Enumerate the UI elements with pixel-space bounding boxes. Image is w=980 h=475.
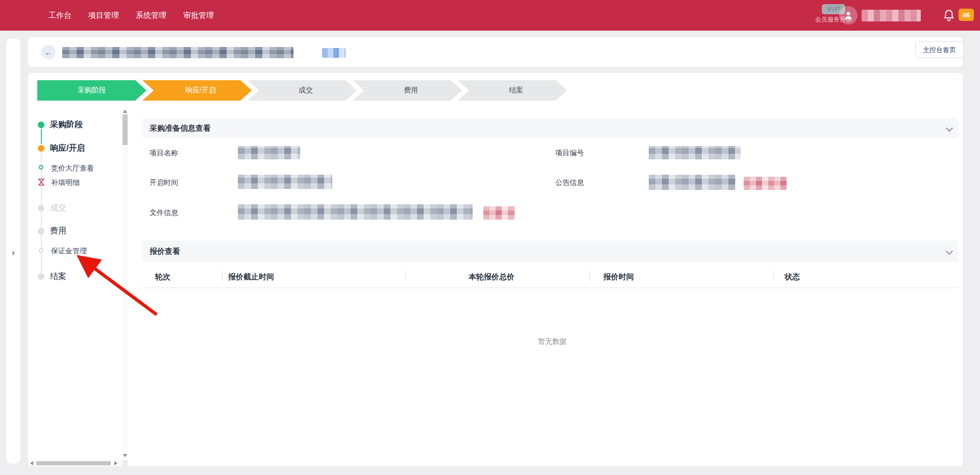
scroll-down-icon[interactable] — [123, 454, 127, 457]
col-header-status: 状态 — [785, 272, 800, 282]
scroll-up-icon[interactable] — [123, 110, 127, 113]
sidebar-item-response-open[interactable]: 响应/开启 — [50, 143, 85, 153]
step-deal[interactable]: 成交 — [248, 80, 357, 101]
column-divider — [590, 271, 590, 282]
sidebar-item-procurement-stage[interactable]: 采购阶段 — [50, 120, 83, 130]
nav-item-workbench[interactable]: 工作台 — [48, 11, 71, 20]
step-fee[interactable]: 费用 — [353, 80, 462, 101]
sub-dot-green-ring-icon — [39, 165, 43, 170]
page-root: 工作台 项目管理 系统管理 审批管理 VIP 会员服务升级 46 › ← — [0, 0, 980, 475]
file-link-redacted[interactable] — [483, 206, 515, 220]
timeline-connector-gray — [41, 153, 42, 274]
prep-section-header[interactable]: 采购准备信息查看 — [142, 118, 958, 138]
prep-section-title: 采购准备信息查看 — [150, 124, 211, 133]
column-divider — [222, 271, 223, 282]
sidebar-item-closing[interactable]: 结案 — [50, 271, 66, 281]
user-avatar[interactable] — [839, 6, 857, 25]
quote-section-header[interactable]: 报价查看 — [142, 241, 958, 262]
announcement-value-redacted — [649, 175, 736, 190]
quote-section-title: 报价查看 — [150, 247, 180, 256]
scrollbar-corner — [122, 460, 128, 466]
project-status-tag-redacted — [322, 48, 346, 58]
sidebar-item-deal[interactable]: 成交 — [50, 203, 66, 213]
step-closing[interactable]: 结案 — [458, 80, 567, 101]
hourglass-icon — [38, 178, 45, 186]
nav-item-system-management[interactable]: 系统管理 — [136, 11, 166, 20]
expand-panel-handle[interactable]: › — [9, 247, 18, 259]
stage-dot-pending-icon — [38, 228, 44, 234]
stage-dot-pending-icon — [38, 273, 44, 280]
step-response-open[interactable]: 响应/开启 — [142, 80, 252, 101]
sidebar-item-bidding-hall-view[interactable]: 竞价大厅查看 — [51, 163, 94, 173]
sidebar-vertical-scrollbar[interactable] — [122, 107, 128, 460]
console-home-button[interactable]: 主控台首页 — [915, 41, 964, 58]
col-header-quote-deadline: 报价截止时间 — [228, 272, 274, 282]
field-label-project-name: 项目名称 — [150, 149, 178, 158]
column-divider — [405, 271, 406, 282]
person-icon — [843, 10, 853, 20]
table-header-border — [142, 288, 958, 288]
step-procurement-stage[interactable]: 采购阶段 — [37, 80, 146, 101]
field-label-open-time: 开启时间 — [150, 178, 178, 187]
stage-dot-current-icon — [38, 145, 44, 152]
project-number-value-redacted — [649, 146, 741, 159]
nav-menu: 工作台 项目管理 系统管理 审批管理 — [48, 0, 214, 31]
column-divider — [773, 271, 774, 282]
stage-dot-disabled-icon — [38, 205, 44, 211]
nav-item-project-management[interactable]: 项目管理 — [88, 11, 119, 20]
timeline-connector-green — [41, 129, 42, 144]
sidebar-item-deposit-management[interactable]: 保证金管理 — [51, 246, 87, 255]
scroll-right-icon[interactable] — [114, 461, 117, 465]
sidebar-item-fee[interactable]: 费用 — [50, 226, 66, 236]
col-header-round-total: 本轮报价总价 — [469, 272, 514, 282]
open-time-value-redacted — [238, 175, 332, 189]
vertical-scroll-thumb[interactable] — [122, 114, 128, 145]
back-button[interactable]: ← — [41, 45, 56, 59]
notification-bell-icon[interactable] — [942, 8, 955, 22]
horizontal-scroll-thumb[interactable] — [36, 461, 111, 465]
col-header-round: 轮次 — [155, 272, 170, 282]
sub-dot-gray-ring-icon — [39, 248, 43, 253]
col-header-quote-time: 报价时间 — [603, 272, 634, 282]
username-redacted[interactable] — [862, 10, 921, 21]
field-label-project-number: 项目编号 — [555, 149, 584, 158]
empty-state-text: 暂无数据 — [522, 337, 583, 346]
file-info-value-redacted — [238, 204, 473, 220]
sidebar-item-supplement-detail[interactable]: 补填明细 — [51, 178, 80, 187]
top-nav-bar: 工作台 项目管理 系统管理 审批管理 VIP 会员服务升级 46 — [0, 0, 980, 31]
announcement-link-redacted[interactable] — [744, 177, 787, 190]
stage-dot-completed-icon — [38, 122, 44, 128]
notification-count-badge[interactable]: 46 — [959, 9, 974, 21]
nav-item-approval-management[interactable]: 审批管理 — [183, 11, 214, 20]
project-title-redacted — [62, 47, 293, 58]
field-label-file-info: 文件信息 — [150, 208, 178, 218]
field-label-announcement-info: 公告信息 — [555, 178, 584, 187]
scroll-left-icon[interactable] — [30, 461, 33, 465]
project-name-value-redacted — [238, 146, 300, 159]
